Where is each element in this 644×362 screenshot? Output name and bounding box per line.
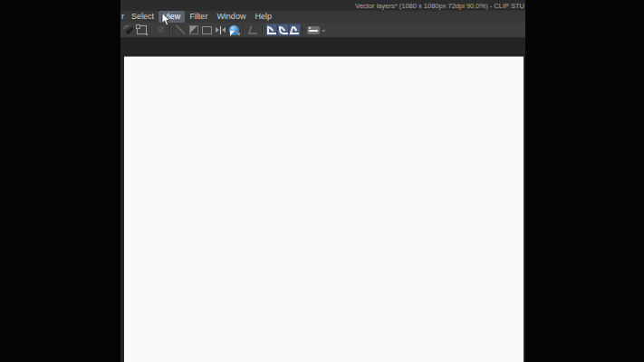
flip-shape (216, 26, 226, 34)
snap-to-grid-icon[interactable] (289, 24, 301, 36)
menu-item-layer-partial[interactable]: r (120, 11, 127, 23)
blue-sphere-icon[interactable] (228, 24, 240, 36)
window-title: Vector layers* (1080 x 1080px 72dpi 90.0… (355, 2, 524, 10)
menu-item-filter[interactable]: Filter (185, 11, 212, 23)
diagonal-line-shape (176, 25, 185, 34)
screenshot-root: { "window": { "title": "Vector layers* (… (0, 0, 644, 362)
rectangle-shape (202, 26, 212, 34)
snap-special-ruler-shape (279, 26, 288, 34)
clip-studio-gem-icon[interactable] (122, 24, 134, 36)
half-square-shape (189, 25, 198, 34)
half-fill-square-icon[interactable] (187, 24, 199, 36)
snap-ruler-shape (267, 26, 276, 34)
menu-item-view[interactable]: View (159, 11, 185, 23)
toolbar-separator (169, 25, 171, 35)
snap-to-ruler-icon[interactable] (265, 24, 277, 36)
command-bar: ⊘ ⌄ (120, 23, 525, 38)
board-shape (137, 25, 147, 34)
panel-shape (307, 26, 320, 34)
snap-disabled-shape (247, 26, 259, 34)
diagonal-line-icon[interactable] (174, 24, 186, 36)
toolbar-separator (243, 25, 245, 35)
toolbar-separator (150, 25, 152, 35)
toolbar-separator (303, 25, 304, 35)
menu-bar: r Select View Filter Window Help (120, 11, 525, 23)
title-bar: Vector layers* (1080 x 1080px 72dpi 90.0… (120, 0, 525, 11)
snap-to-special-ruler-icon[interactable] (277, 24, 289, 36)
menu-item-help[interactable]: Help (250, 11, 276, 23)
chevron-down-icon: ⌄ (321, 26, 327, 33)
rectangle-outline-icon[interactable] (201, 24, 213, 36)
canvas-background (120, 38, 525, 362)
clip-studio-paint-window: Vector layers* (1080 x 1080px 72dpi 90.0… (120, 0, 525, 362)
snap-disabled-icon[interactable] (247, 24, 259, 36)
menu-item-select[interactable]: Select (127, 11, 159, 23)
toolbar-separator (262, 25, 264, 35)
sphere-shape (229, 25, 239, 35)
panel-dropdown-icon[interactable]: ⌄ (307, 24, 327, 36)
snap-grid-shape (289, 26, 301, 34)
menu-item-window[interactable]: Window (212, 11, 250, 23)
circle-slash-icon[interactable]: ⊘ (155, 24, 167, 36)
gem-shape (123, 25, 134, 34)
canvas-board-icon[interactable] (136, 24, 148, 36)
circle-slash-glyph: ⊘ (157, 25, 164, 34)
document-canvas[interactable] (124, 56, 524, 362)
flip-horizontal-icon[interactable] (215, 24, 226, 36)
